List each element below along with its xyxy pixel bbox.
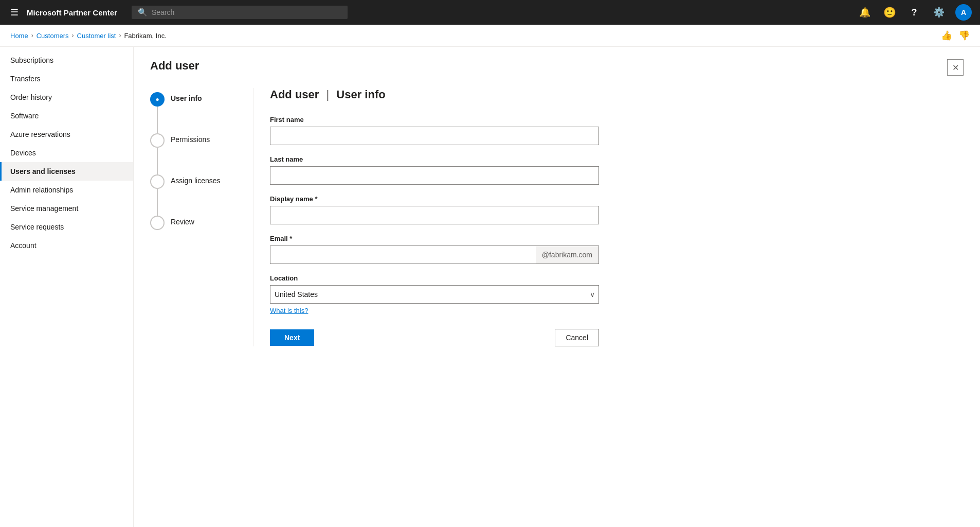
step-review: Review (150, 216, 253, 230)
next-button[interactable]: Next (270, 329, 314, 346)
step-2-label: Permissions (171, 133, 210, 144)
breadcrumb-feedback: 👍 👎 (941, 30, 970, 41)
display-name-input[interactable] (270, 206, 599, 224)
page-layout: Subscriptions Transfers Order history So… (0, 47, 980, 527)
last-name-group: Last name (270, 155, 947, 185)
sidebar-item-users-licenses[interactable]: Users and licenses (0, 162, 133, 181)
app-title: Microsoft Partner Center (27, 8, 117, 17)
breadcrumb-sep-1: › (31, 32, 33, 39)
location-group: Location United States United Kingdom Ca… (270, 274, 947, 314)
breadcrumb: Home › Customers › Customer list › Fabri… (0, 25, 980, 47)
last-name-label: Last name (270, 155, 947, 163)
display-name-label: Display name * (270, 195, 947, 203)
cancel-button[interactable]: Cancel (555, 329, 599, 346)
search-bar[interactable]: 🔍 (132, 6, 348, 19)
step-3-label: Assign licenses (171, 174, 221, 185)
step-assign-licenses: Assign licenses (150, 174, 253, 216)
step-2-indicator (150, 133, 165, 174)
sidebar-item-azure-reservations[interactable]: Azure reservations (0, 125, 133, 144)
notifications-icon[interactable]: 🔔 (857, 4, 873, 21)
first-name-input[interactable] (270, 127, 599, 145)
breadcrumb-current: Fabrikam, Inc. (124, 32, 166, 40)
sidebar-item-service-management[interactable]: Service management (0, 199, 133, 218)
sidebar-item-admin-relationships[interactable]: Admin relationships (0, 181, 133, 199)
topnav-icons: 🔔 🙂 ? ⚙️ A (857, 4, 972, 21)
hamburger-icon[interactable]: ☰ (8, 5, 21, 20)
form-panel-title: Add user | User info (270, 88, 947, 101)
step-2-circle (150, 133, 165, 148)
email-wrapper: @fabrikam.com (270, 245, 599, 264)
help-icon[interactable]: ? (906, 4, 922, 21)
form-title-sub: User info (336, 88, 385, 101)
email-group: Email * @fabrikam.com (270, 235, 947, 264)
close-icon: ✕ (952, 63, 959, 73)
sidebar: Subscriptions Transfers Order history So… (0, 47, 134, 527)
close-button[interactable]: ✕ (947, 59, 964, 76)
location-select[interactable]: United States United Kingdom Canada Aust… (270, 285, 599, 304)
step-permissions: Permissions (150, 133, 253, 174)
breadcrumb-customers[interactable]: Customers (37, 32, 69, 40)
thumbs-up-icon[interactable]: 👍 (941, 30, 952, 41)
add-user-title: Add user (150, 59, 199, 73)
first-name-group: First name (270, 116, 947, 145)
email-input[interactable] (270, 245, 536, 264)
step-user-info: ● User info (150, 92, 253, 133)
step-1-line (157, 107, 158, 133)
breadcrumb-sep-2: › (72, 32, 74, 39)
location-label: Location (270, 274, 947, 282)
feedback-icon[interactable]: 🙂 (881, 4, 898, 21)
step-1-label: User info (171, 92, 202, 102)
breadcrumb-home[interactable]: Home (10, 32, 28, 40)
sidebar-item-service-requests[interactable]: Service requests (0, 218, 133, 236)
step-3-indicator (150, 174, 165, 216)
user-avatar[interactable]: A (955, 4, 972, 21)
sidebar-item-transfers[interactable]: Transfers (0, 69, 133, 88)
step-3-circle (150, 174, 165, 189)
step-2-line (157, 148, 158, 174)
step-4-label: Review (171, 216, 194, 226)
email-suffix: @fabrikam.com (536, 245, 599, 264)
email-label: Email * (270, 235, 947, 242)
title-divider: | (326, 88, 332, 101)
wizard-layout: ● User info Permissions (150, 88, 964, 346)
form-title-main: Add user (270, 88, 319, 101)
what-is-this-link[interactable]: What is this? (270, 307, 308, 314)
search-input[interactable] (152, 8, 341, 16)
step-1-indicator: ● (150, 92, 165, 133)
add-user-header: Add user ✕ (150, 59, 964, 76)
sidebar-item-software[interactable]: Software (0, 107, 133, 125)
breadcrumb-customer-list[interactable]: Customer list (77, 32, 116, 40)
step-4-circle (150, 216, 165, 230)
top-navigation: ☰ Microsoft Partner Center 🔍 🔔 🙂 ? ⚙️ A (0, 0, 980, 25)
last-name-input[interactable] (270, 166, 599, 185)
step-3-line (157, 189, 158, 216)
thumbs-down-icon[interactable]: 👎 (958, 30, 970, 41)
main-content: Add user ✕ ● User info (134, 47, 980, 527)
wizard-stepper: ● User info Permissions (150, 88, 253, 346)
settings-icon[interactable]: ⚙️ (931, 4, 947, 21)
form-panel: Add user | User info First name Last nam… (253, 88, 964, 346)
sidebar-item-devices[interactable]: Devices (0, 144, 133, 162)
step-1-circle: ● (150, 92, 165, 107)
display-name-group: Display name * (270, 195, 947, 224)
step-4-indicator (150, 216, 165, 230)
location-select-wrapper: United States United Kingdom Canada Aust… (270, 285, 599, 304)
sidebar-item-order-history[interactable]: Order history (0, 88, 133, 107)
sidebar-item-account[interactable]: Account (0, 236, 133, 255)
sidebar-item-subscriptions[interactable]: Subscriptions (0, 51, 133, 69)
search-icon: 🔍 (138, 8, 148, 17)
breadcrumb-sep-3: › (119, 32, 121, 39)
first-name-label: First name (270, 116, 947, 124)
form-actions: Next Cancel (270, 329, 599, 346)
